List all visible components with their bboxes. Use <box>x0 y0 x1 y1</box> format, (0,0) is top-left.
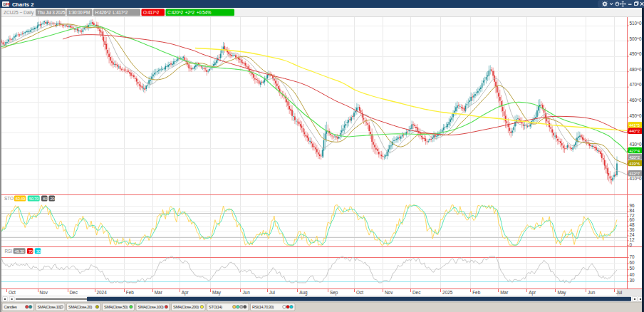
svg-text:RSI: RSI <box>5 249 13 254</box>
svg-text:470^0: 470^0 <box>629 82 642 87</box>
svg-text:510^0: 510^0 <box>629 21 642 26</box>
svg-text:30: 30 <box>36 249 41 254</box>
svg-text:70: 70 <box>629 254 635 259</box>
svg-text:49.30: 49.30 <box>15 249 25 254</box>
svg-text:ZCU25 ~ Daily: ZCU25 ~ Daily <box>4 10 34 16</box>
svg-text:2024: 2024 <box>97 290 108 295</box>
svg-text:80: 80 <box>43 197 48 201</box>
svg-text:Sep: Sep <box>330 290 338 296</box>
svg-text:O:417^2: O:417^2 <box>143 10 160 15</box>
svg-text:500^0: 500^0 <box>629 36 642 41</box>
svg-text:Dec: Dec <box>412 290 421 295</box>
svg-text:441^5: 441^5 <box>629 123 640 128</box>
svg-text:GFF: GFF <box>3 2 10 6</box>
svg-text:480^0: 480^0 <box>629 67 642 72</box>
svg-text:427^4: 427^4 <box>629 149 640 153</box>
svg-text:Nov: Nov <box>40 290 48 295</box>
svg-text:Dec: Dec <box>70 290 78 295</box>
svg-text:SMA(Close,50): SMA(Close,50) <box>104 305 128 309</box>
svg-text:30: 30 <box>629 278 635 283</box>
svg-text:Oct: Oct <box>9 290 16 295</box>
svg-text:Oct: Oct <box>356 290 363 295</box>
svg-text:0: 0 <box>629 242 632 247</box>
svg-text:May: May <box>557 290 566 296</box>
svg-text:460^0: 460^0 <box>629 98 642 103</box>
svg-text:450^0: 450^0 <box>629 113 642 118</box>
svg-text:Candles: Candles <box>4 305 17 309</box>
svg-text:440^2: 440^2 <box>629 129 640 133</box>
svg-text:1:30:00 PM: 1:30:00 PM <box>68 10 90 15</box>
svg-text:STO: STO <box>4 196 14 201</box>
svg-text:SMA(Close,10): SMA(Close,10) <box>38 305 62 309</box>
svg-text:Mar: Mar <box>155 290 163 295</box>
svg-text:Apr: Apr <box>182 290 189 296</box>
svg-text:Feb: Feb <box>126 290 134 295</box>
svg-text:40: 40 <box>629 272 635 277</box>
svg-text:419^6: 419^6 <box>629 162 640 166</box>
svg-text:490^0: 490^0 <box>629 51 642 56</box>
svg-text:Charts 2: Charts 2 <box>12 1 33 8</box>
svg-text:70: 70 <box>28 249 33 254</box>
svg-text:STO(14): STO(14) <box>209 305 222 309</box>
svg-text:2025: 2025 <box>442 290 453 295</box>
svg-text:Aug: Aug <box>299 290 308 296</box>
svg-text:412^7: 412^7 <box>629 172 640 176</box>
svg-text:RSI(14,70,30): RSI(14,70,30) <box>252 305 274 309</box>
svg-text:Jun: Jun <box>588 290 596 295</box>
svg-text:Apr: Apr <box>529 290 536 296</box>
svg-text:430^0: 430^0 <box>629 142 642 147</box>
svg-text:Jul: Jul <box>269 290 275 295</box>
svg-text:Jun: Jun <box>242 290 250 295</box>
svg-text:420^2: 420^2 <box>629 155 640 160</box>
svg-text:May: May <box>212 290 222 296</box>
svg-text:H:426^2 L:417^2: H:426^2 L:417^2 <box>95 10 128 15</box>
svg-text:C:420^2 +2^2 +0.54%: C:420^2 +2^2 +0.54% <box>167 10 212 15</box>
svg-text:410^0: 410^0 <box>629 176 642 181</box>
svg-text:50.70: 50.70 <box>29 197 39 201</box>
svg-text:Thu Jul 3 2025: Thu Jul 3 2025 <box>37 10 66 15</box>
svg-text:SMA(Close,20): SMA(Close,20) <box>68 305 93 309</box>
svg-text:50: 50 <box>629 266 635 271</box>
svg-text:Nov: Nov <box>385 290 393 295</box>
svg-text:Mar: Mar <box>500 290 509 295</box>
svg-text:SMA(Close,100): SMA(Close,100) <box>138 305 164 309</box>
svg-text:63.49: 63.49 <box>16 197 25 201</box>
svg-text:Feb: Feb <box>472 290 480 295</box>
svg-text:SMA(Close,200): SMA(Close,200) <box>173 305 199 309</box>
svg-text:Jul: Jul <box>616 290 622 295</box>
svg-text:20: 20 <box>51 197 56 201</box>
svg-text:60: 60 <box>629 260 635 265</box>
